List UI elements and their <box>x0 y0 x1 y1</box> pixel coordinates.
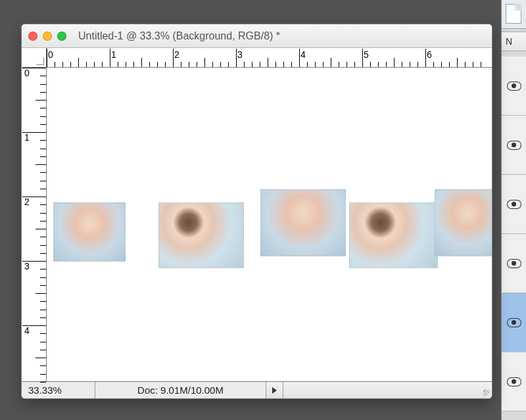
status-spacer <box>283 382 479 398</box>
canvas[interactable] <box>47 68 492 370</box>
ruler-h-label: 3 <box>237 49 243 60</box>
ruler-origin-corner[interactable] <box>22 48 47 67</box>
layer-visibility-toggle[interactable] <box>502 293 526 352</box>
placed-image[interactable] <box>435 189 492 256</box>
ruler-v-label: 1 <box>24 132 30 143</box>
ruler-h-label: 6 <box>427 49 432 60</box>
panel-top <box>502 0 526 29</box>
eye-icon <box>507 259 521 268</box>
layer-visibility-toggle[interactable] <box>502 175 526 234</box>
close-button[interactable] <box>28 32 37 41</box>
zoom-level-field[interactable]: 33.33% <box>22 382 95 398</box>
ruler-h-label: 4 <box>300 49 306 60</box>
titlebar[interactable]: Untitled-1 @ 33.3% (Background, RGB/8) * <box>22 24 492 48</box>
document-title: Untitled-1 @ 33.3% (Background, RGB/8) * <box>78 30 280 42</box>
layer-visibility-toggle[interactable] <box>502 116 526 175</box>
resize-grip-icon[interactable] <box>479 382 492 398</box>
ruler-v-label: 3 <box>24 261 30 271</box>
eye-icon <box>507 200 521 209</box>
status-bar: 33.33% Doc: 9.01M/10.00M <box>22 381 492 398</box>
document-window: Untitled-1 @ 33.3% (Background, RGB/8) *… <box>21 24 492 399</box>
layer-visibility-toggle[interactable] <box>502 57 526 116</box>
info-menu-button[interactable] <box>266 382 283 398</box>
ruler-h-label: 2 <box>174 49 179 60</box>
eye-icon <box>507 141 521 150</box>
document-info[interactable]: Doc: 9.01M/10.00M <box>95 382 266 398</box>
ruler-h-label: 5 <box>364 49 369 60</box>
window-controls <box>28 32 66 41</box>
document-body: 01234 <box>22 68 492 381</box>
new-document-icon[interactable] <box>506 4 521 24</box>
horizontal-ruler-row: 0123456 <box>22 48 492 68</box>
ruler-v-label: 0 <box>24 68 30 78</box>
placed-image[interactable] <box>53 202 126 262</box>
canvas-viewport[interactable] <box>47 68 492 381</box>
placed-image[interactable] <box>158 202 244 268</box>
ruler-v-label: 4 <box>24 325 30 336</box>
zoom-button[interactable] <box>57 32 66 41</box>
layers-panel-sliver: N <box>501 0 526 420</box>
ruler-v-label: 2 <box>24 197 30 207</box>
layer-visibility-column <box>502 57 526 420</box>
panel-tab[interactable]: N <box>502 32 526 51</box>
triangle-right-icon <box>272 387 277 394</box>
placed-image[interactable] <box>260 189 346 256</box>
horizontal-ruler[interactable]: 0123456 <box>47 48 492 67</box>
eye-icon <box>507 377 521 386</box>
eye-icon <box>507 82 521 91</box>
eye-icon <box>507 318 521 327</box>
vertical-ruler[interactable]: 01234 <box>22 68 47 381</box>
ruler-h-label: 1 <box>111 49 116 60</box>
layer-visibility-toggle[interactable] <box>502 234 526 293</box>
placed-image[interactable] <box>349 202 438 268</box>
layer-visibility-toggle[interactable] <box>502 352 526 411</box>
minimize-button[interactable] <box>43 32 52 41</box>
ruler-h-label: 0 <box>48 49 53 60</box>
